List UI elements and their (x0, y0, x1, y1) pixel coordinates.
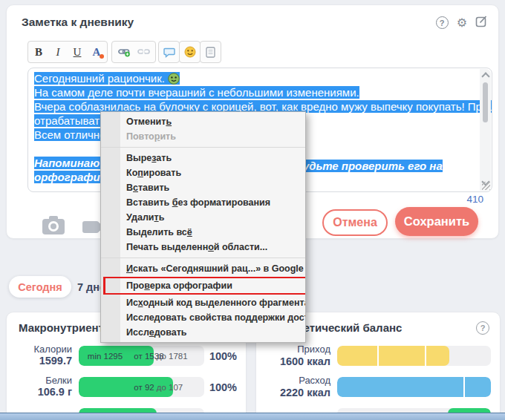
expense-bar (337, 377, 491, 397)
menu-item-redo: Повторить (101, 129, 305, 144)
resize-grip[interactable] (482, 182, 490, 190)
link-group (111, 41, 156, 63)
italic-button[interactable]: I (48, 42, 68, 62)
menu-item-paste-plain[interactable]: Вставить без форматирования (101, 195, 305, 210)
scroll-up-icon[interactable] (481, 72, 489, 80)
page-title: Заметка к дневнику (22, 16, 134, 29)
insert-link-icon[interactable] (114, 42, 134, 62)
quote-group (158, 41, 180, 63)
menu-item-undo[interactable]: Отменить (101, 114, 305, 129)
menu-item-print-selection[interactable]: Печать выделенной области... (101, 240, 305, 255)
menu-item-delete[interactable]: Удалить (101, 210, 305, 225)
menu-separator (101, 147, 305, 148)
remove-link-icon[interactable] (134, 42, 153, 62)
macro-row-protein: Белки 106.9 г от 92 до 107 100% (17, 377, 237, 397)
selected-text-line: Сегодняшний рациончик. (34, 72, 180, 85)
menu-item-copy[interactable]: Копировать (101, 165, 305, 180)
font-color-button[interactable]: A (87, 42, 106, 62)
scrollbar-thumb[interactable] (483, 82, 488, 122)
camera-icon[interactable] (42, 219, 65, 234)
header-icons: ? ⚙ (436, 15, 488, 30)
menu-item-spellcheck[interactable]: Проверка орфографии (101, 277, 305, 295)
balance-row-expense: Расход 2220 ккал (267, 377, 491, 397)
char-counter: 410 (466, 194, 483, 205)
menu-item-inspect-accessibility[interactable]: Исследовать свойства поддержки доступнос… (101, 310, 305, 325)
menu-item-search-google[interactable]: Искать «Сегодняшний рац...» в Google (101, 261, 305, 276)
underline-button[interactable]: U (68, 42, 87, 62)
save-button[interactable]: Сохранить (395, 207, 478, 236)
smiley-icon[interactable] (180, 42, 200, 62)
emoji-group (179, 41, 201, 63)
video-camera-icon[interactable] (82, 221, 99, 233)
page: { "note": { "title": "Заметка к дневнику… (0, 0, 505, 420)
bold-button[interactable]: B (29, 42, 48, 62)
balance-help-icon[interactable]: ? (476, 321, 489, 335)
menu-item-select-all[interactable]: Выделить всё (101, 225, 305, 240)
menu-separator (101, 257, 305, 258)
calories-bar: min 1295 от 1538 до 1781 (79, 346, 204, 366)
menu-item-paste[interactable]: Вставить (101, 180, 305, 195)
tab-today[interactable]: Сегодня (9, 276, 71, 298)
document-icon[interactable] (201, 42, 221, 62)
window-bottom-scrollbar[interactable] (0, 413, 505, 420)
format-group: B I U A (27, 41, 108, 63)
gear-icon[interactable]: ⚙ (457, 16, 467, 29)
green-smiley-emoji (168, 72, 180, 85)
menu-item-inspect[interactable]: Исследовать (101, 325, 305, 340)
selected-text-fragment: удьте проверить его на (303, 159, 443, 173)
macros-title: Макронутриенты (19, 321, 114, 334)
edit-icon[interactable] (475, 15, 488, 30)
macro-row-calories: Калории 1599.7 min 1295 от 1538 до 1781 … (17, 346, 237, 366)
template-group (200, 41, 221, 63)
menu-item-cut[interactable]: Вырезать (101, 151, 305, 165)
context-menu: Отменить Повторить Вырезать Копировать В… (100, 111, 306, 343)
menu-item-view-selection-source[interactable]: Исходный код выделенного фрагмента (101, 295, 305, 310)
protein-bar: от 92 до 107 (79, 377, 204, 397)
intake-bar (337, 346, 491, 366)
editor-scrollbar[interactable] (480, 69, 491, 191)
selected-text-line: На самом деле почти вчерашний с небольши… (34, 86, 359, 99)
cancel-button[interactable]: Отмена (322, 209, 388, 236)
speech-bubble-icon[interactable] (160, 42, 179, 62)
balance-row-intake: Приход 1600 ккал (267, 346, 491, 366)
help-icon[interactable]: ? (436, 16, 449, 29)
